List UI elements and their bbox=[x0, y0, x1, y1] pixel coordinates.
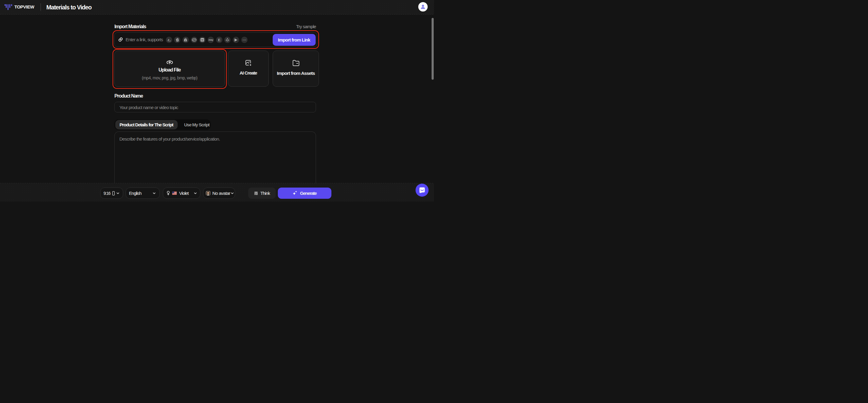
svg-text:a: a bbox=[168, 38, 169, 41]
